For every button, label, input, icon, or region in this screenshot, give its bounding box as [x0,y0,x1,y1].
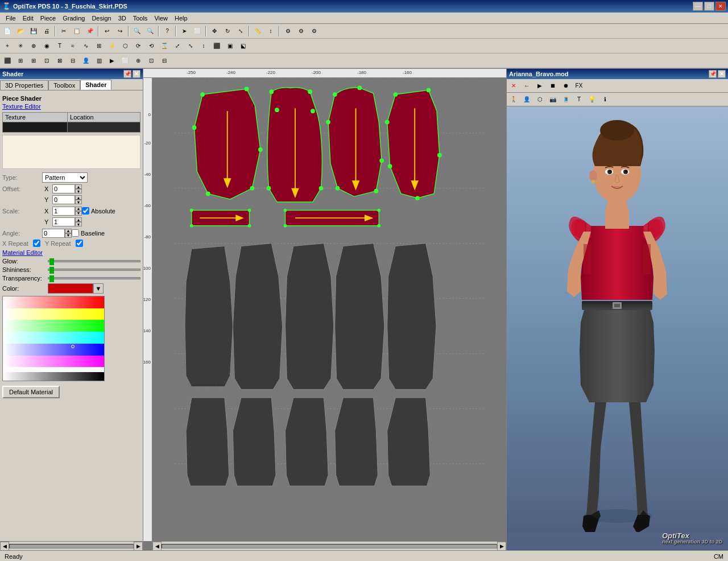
tb-help[interactable]: ? [161,25,173,38]
tb-cut[interactable]: ✂ [57,25,70,38]
tb-grain[interactable]: ↕ [264,25,277,38]
angle-down[interactable]: ▼ [65,233,72,238]
model-tb2-walk[interactable]: 🚶 [507,93,520,106]
tb-extra1[interactable]: ⚙ [282,25,294,38]
color-picker[interactable] [2,296,105,381]
offset-x-up[interactable]: ▲ [75,184,82,189]
model-tb-fx[interactable]: FX [573,80,585,92]
tb-open[interactable]: 📂 [14,25,27,38]
y-repeat-checkbox[interactable] [76,240,83,247]
tb2-19[interactable]: ⬕ [237,40,249,52]
texture-cell[interactable] [3,122,68,133]
transparency-track[interactable] [48,277,140,279]
baseline-checkbox[interactable] [72,229,79,237]
tb2-14[interactable]: ⤢ [171,40,184,52]
absolute-checkbox[interactable] [82,207,89,214]
glow-thumb[interactable] [49,258,54,265]
tb3-4[interactable]: ⊡ [40,55,53,67]
location-cell[interactable] [68,122,140,133]
tb3-11[interactable]: ⊕ [132,55,144,67]
tb-new[interactable]: 📄 [1,25,14,38]
tb2-4[interactable]: ◉ [40,40,53,52]
tb3-8[interactable]: ▥ [93,55,105,67]
tb2-12[interactable]: ⟲ [145,40,158,52]
scale-x-up[interactable]: ▲ [75,207,82,211]
tb3-10[interactable]: ⬜ [119,55,131,67]
offset-y-input[interactable] [52,195,75,204]
material-editor-link[interactable]: Material Editor [2,249,140,256]
model-pin-btn[interactable]: 📌 [709,70,717,78]
model-tb-stop[interactable]: ✕ [507,80,520,92]
model-tb2-model[interactable]: ⬡ [533,93,546,106]
tb3-3[interactable]: ⊞ [27,55,40,67]
model-tb2-T[interactable]: T [573,93,585,106]
tb-arrow[interactable]: ➤ [178,25,191,38]
canvas-scroll-left[interactable]: ◀ [152,542,162,551]
tb3-5[interactable]: ⊠ [53,55,66,67]
color-box[interactable] [48,283,93,294]
tab-3d-properties[interactable]: 3D Properties [0,80,48,90]
texture-editor-link[interactable]: Texture Editor [2,103,140,110]
scale-y-input[interactable] [52,217,75,226]
tb3-13[interactable]: ⊟ [158,55,171,67]
tb2-2[interactable]: ✳ [14,40,27,52]
tb-paste[interactable]: 📌 [84,25,96,38]
menu-edit[interactable]: Edit [19,14,37,23]
shader-pin-btn[interactable]: 📌 [123,70,131,78]
tb2-13[interactable]: ⌛ [158,40,171,52]
shininess-thumb[interactable] [49,267,54,274]
tb3-12[interactable]: ⊡ [145,55,158,67]
tb-undo[interactable]: ↩ [101,25,113,38]
tb-print[interactable]: 🖨 [40,25,53,38]
menu-grading[interactable]: Grading [59,14,88,23]
model-tb2-info[interactable]: ℹ [599,93,611,106]
model-tb2-camera[interactable]: 📷 [547,93,559,106]
default-material-button[interactable]: Default Material [2,386,60,398]
offset-y-up[interactable]: ▲ [75,195,82,200]
tb2-17[interactable]: ⬛ [210,40,223,52]
tb2-7[interactable]: ∿ [80,40,92,52]
angle-input[interactable] [42,229,65,238]
color-dropdown-btn[interactable]: ▼ [93,283,104,294]
offset-x-down[interactable]: ▼ [75,189,82,193]
menu-piece[interactable]: Piece [37,14,60,23]
menu-file[interactable]: File [2,14,19,23]
tb-extra2[interactable]: ⚙ [295,25,307,38]
tb2-3[interactable]: ⊕ [27,40,40,52]
model-tb-record[interactable]: ⏺ [560,80,572,92]
type-select[interactable]: Pattern [42,172,88,183]
scale-y-up[interactable]: ▲ [75,217,82,222]
shininess-track[interactable] [48,269,140,271]
glow-track[interactable] [48,260,140,262]
tb2-18[interactable]: ▣ [224,40,236,52]
tb3-6[interactable]: ⊟ [67,55,79,67]
minimize-button[interactable]: — [693,2,703,11]
tb3-7[interactable]: 👤 [80,55,92,67]
model-tb2-person[interactable]: 👤 [520,93,533,106]
tb2-15[interactable]: ⤡ [184,40,197,52]
offset-y-down[interactable]: ▼ [75,200,82,204]
tb-scale-tool[interactable]: ⤡ [234,25,247,38]
tb2-8[interactable]: ⊞ [93,40,105,52]
angle-up[interactable]: ▲ [65,229,72,233]
model-tb2-cloth[interactable]: 🧵 [560,93,572,106]
offset-x-input[interactable] [52,184,75,193]
tb-measure[interactable]: 📏 [251,25,264,38]
tb-rotate[interactable]: ↻ [221,25,234,38]
transparency-thumb[interactable] [49,275,54,282]
x-repeat-checkbox[interactable] [33,240,40,247]
scale-y-down[interactable]: ▼ [75,222,82,226]
model-tb-pause[interactable]: ⏹ [547,80,559,92]
canvas-scroll-right[interactable]: ▶ [497,542,506,551]
tb-zoom-out[interactable]: 🔍 [144,25,156,38]
tb2-5[interactable]: T [53,40,66,52]
tb3-1[interactable]: ⬛ [1,55,14,67]
menu-view[interactable]: View [151,14,171,23]
tb2-16[interactable]: ↕ [197,40,210,52]
tb3-2[interactable]: ⊞ [14,55,27,67]
tb-extra3[interactable]: ⚙ [308,25,320,38]
canvas-scroll-track[interactable] [162,544,497,548]
model-tb2-light[interactable]: 💡 [586,93,598,106]
tab-toolbox[interactable]: Toolbox [48,80,80,90]
model-close-btn[interactable]: ✕ [718,70,726,78]
